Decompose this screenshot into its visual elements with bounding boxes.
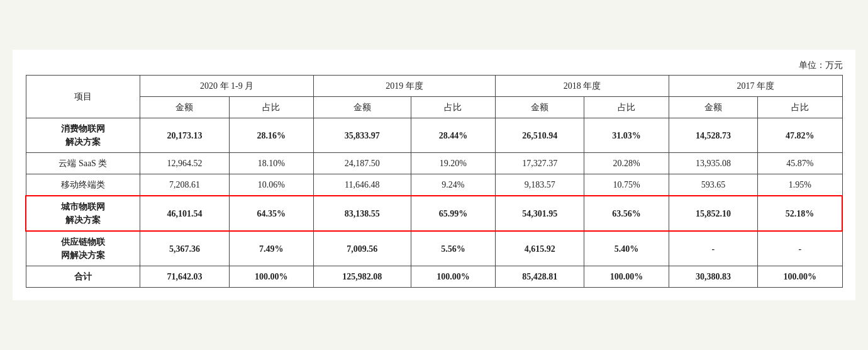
cell-value: 15,852.10	[669, 196, 757, 231]
cell-value: 100.00%	[584, 266, 669, 288]
cell-value: 7,009.56	[313, 231, 411, 266]
table-row: 供应链物联 网解决方案5,367.367.49%7,009.565.56%4,6…	[26, 231, 842, 266]
cell-value: 31.03%	[584, 118, 669, 153]
cell-value: 19.20%	[411, 153, 495, 174]
period-2020: 2020 年 1-9 月	[140, 76, 314, 97]
main-container: 单位：万元 项目 2020 年 1-9 月 2019 年度 2018 年度 20…	[13, 50, 855, 300]
cell-value: 65.99%	[411, 196, 495, 231]
sub-2018-amount: 金额	[496, 97, 584, 118]
sub-2018-ratio: 占比	[584, 97, 669, 118]
cell-value: 47.82%	[758, 118, 843, 153]
cell-value: 7.49%	[229, 231, 313, 266]
cell-value: 4,615.92	[496, 231, 584, 266]
cell-value: 64.35%	[229, 196, 313, 231]
cell-value: 7,208.61	[140, 174, 229, 196]
table-row: 移动终端类7,208.6110.06%11,646.489.24%9,183.5…	[26, 174, 842, 196]
cell-value: 9,183.57	[496, 174, 584, 196]
cell-value: 5,367.36	[140, 231, 229, 266]
cell-value: 20.28%	[584, 153, 669, 174]
cell-value: 30,380.83	[669, 266, 757, 288]
table-row: 合计71,642.03100.00%125,982.08100.00%85,42…	[26, 266, 842, 288]
cell-value: 83,138.55	[313, 196, 411, 231]
period-2019: 2019 年度	[313, 76, 495, 97]
cell-value: 17,327.37	[496, 153, 584, 174]
header-row-1: 项目 2020 年 1-9 月 2019 年度 2018 年度 2017 年度	[26, 76, 842, 97]
sub-2019-amount: 金额	[313, 97, 411, 118]
table-row: 城市物联网 解决方案46,101.5464.35%83,138.5565.99%…	[26, 196, 842, 231]
cell-value: 46,101.54	[140, 196, 229, 231]
row-label: 移动终端类	[26, 174, 140, 196]
item-header: 项目	[26, 76, 140, 118]
cell-value: 18.10%	[229, 153, 313, 174]
sub-2020-amount: 金额	[140, 97, 229, 118]
cell-value: 71,642.03	[140, 266, 229, 288]
sub-2020-ratio: 占比	[229, 97, 313, 118]
sub-2019-ratio: 占比	[411, 97, 495, 118]
period-2017: 2017 年度	[669, 76, 842, 97]
cell-value: 12,964.52	[140, 153, 229, 174]
cell-value: 14,528.73	[669, 118, 757, 153]
cell-value: 52.18%	[758, 196, 843, 231]
cell-value: 35,833.97	[313, 118, 411, 153]
cell-value: 100.00%	[411, 266, 495, 288]
cell-value: 63.56%	[584, 196, 669, 231]
cell-value: 13,935.08	[669, 153, 757, 174]
table-row: 消费物联网 解决方案20,173.1328.16%35,833.9728.44%…	[26, 118, 842, 153]
cell-value: -	[758, 231, 843, 266]
cell-value: 10.06%	[229, 174, 313, 196]
row-label: 合计	[26, 266, 140, 288]
row-label: 消费物联网 解决方案	[26, 118, 140, 153]
cell-value: 10.75%	[584, 174, 669, 196]
sub-2017-ratio: 占比	[758, 97, 843, 118]
cell-value: 28.44%	[411, 118, 495, 153]
cell-value: 26,510.94	[496, 118, 584, 153]
cell-value: 11,646.48	[313, 174, 411, 196]
cell-value: 5.40%	[584, 231, 669, 266]
row-label: 云端 SaaS 类	[26, 153, 140, 174]
header-row-2: 金额 占比 金额 占比 金额 占比 金额 占比	[26, 97, 842, 118]
cell-value: 100.00%	[229, 266, 313, 288]
cell-value: 20,173.13	[140, 118, 229, 153]
period-2018: 2018 年度	[496, 76, 669, 97]
row-label: 供应链物联 网解决方案	[26, 231, 140, 266]
cell-value: 5.56%	[411, 231, 495, 266]
cell-value: -	[669, 231, 757, 266]
cell-value: 85,428.81	[496, 266, 584, 288]
cell-value: 54,301.95	[496, 196, 584, 231]
unit-label: 单位：万元	[25, 60, 843, 71]
cell-value: 28.16%	[229, 118, 313, 153]
sub-2017-amount: 金额	[669, 97, 757, 118]
cell-value: 100.00%	[758, 266, 843, 288]
table-row: 云端 SaaS 类12,964.5218.10%24,187.5019.20%1…	[26, 153, 842, 174]
row-label: 城市物联网 解决方案	[26, 196, 140, 231]
cell-value: 1.95%	[758, 174, 843, 196]
cell-value: 593.65	[669, 174, 757, 196]
cell-value: 45.87%	[758, 153, 843, 174]
cell-value: 24,187.50	[313, 153, 411, 174]
cell-value: 125,982.08	[313, 266, 411, 288]
cell-value: 9.24%	[411, 174, 495, 196]
data-table: 项目 2020 年 1-9 月 2019 年度 2018 年度 2017 年度 …	[25, 75, 843, 288]
